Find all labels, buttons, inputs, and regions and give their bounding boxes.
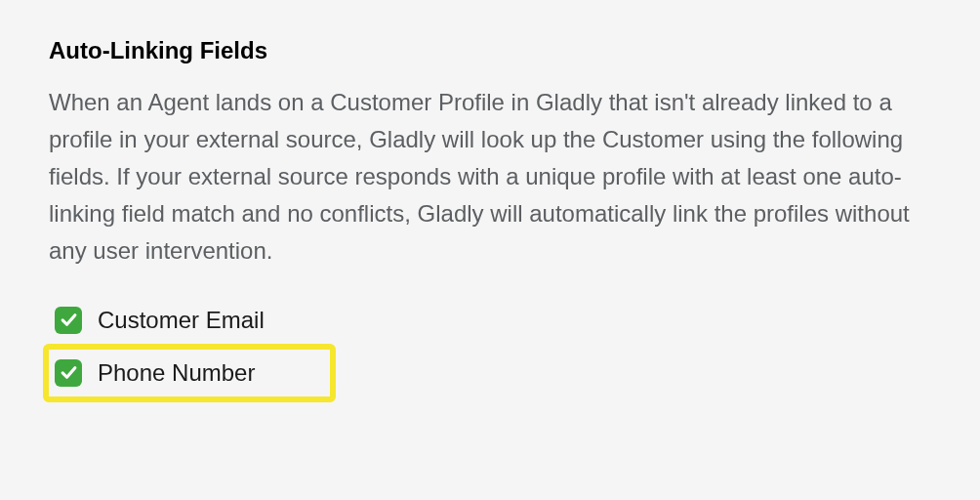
section-description: When an Agent lands on a Customer Profil… (49, 84, 931, 270)
checkbox-row-customer-email: Customer Email (49, 297, 931, 344)
checkbox-label: Phone Number (98, 359, 255, 387)
checkmark-icon (60, 363, 78, 382)
checkbox-phone-number[interactable] (55, 359, 82, 387)
checkmark-icon (60, 311, 78, 329)
checkbox-row-phone-number: Phone Number (43, 344, 336, 402)
section-title: Auto-Linking Fields (49, 37, 931, 64)
checkbox-label: Customer Email (98, 307, 265, 334)
checkbox-customer-email[interactable] (55, 307, 82, 334)
checkbox-list: Customer Email Phone Number (49, 297, 931, 402)
